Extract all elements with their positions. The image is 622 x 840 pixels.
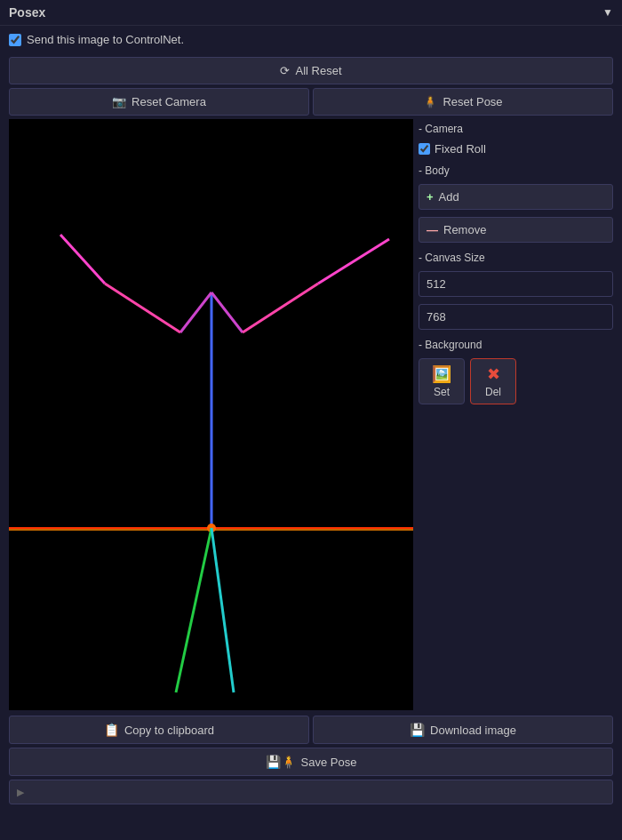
bg-set-icon: 🖼️	[432, 364, 451, 384]
send-to-controlnet-checkbox[interactable]	[9, 34, 21, 46]
toolbar: ⟳ All Reset 📷 Reset Camera 🧍 Reset Pose	[0, 53, 622, 119]
pose-canvas[interactable]	[9, 119, 413, 710]
download-image-label: Download image	[430, 724, 516, 737]
reset-camera-label: Reset Camera	[132, 95, 206, 108]
canvas-size-label: - Canvas Size	[419, 250, 613, 266]
camera-section-label: - Camera	[419, 121, 613, 137]
save-pose-icon: 💾🧍	[266, 755, 296, 769]
bg-del-icon: ✖	[487, 364, 500, 384]
all-reset-label: All Reset	[295, 64, 341, 77]
all-reset-button[interactable]: ⟳ All Reset	[9, 57, 613, 84]
background-buttons: 🖼️ Set ✖ Del	[419, 358, 613, 404]
remove-body-button[interactable]: — Remove	[419, 217, 613, 243]
download-icon: 💾	[410, 723, 425, 737]
plus-icon: +	[427, 190, 434, 204]
copy-icon: 📋	[104, 723, 119, 737]
reset-camera-button[interactable]: 📷 Reset Camera	[9, 88, 309, 116]
reset-pose-icon: 🧍	[423, 95, 437, 108]
download-image-button[interactable]: 💾 Download image	[313, 716, 613, 744]
fixed-roll-row: Fixed Roll	[419, 142, 613, 156]
save-pose-label: Save Pose	[301, 756, 357, 769]
copy-download-row: 📋 Copy to clipboard 💾 Download image	[9, 716, 613, 744]
body-section-label: - Body	[419, 163, 613, 179]
footer-text: ▶	[17, 787, 24, 798]
add-body-label: Add	[439, 190, 459, 204]
dropdown-arrow-icon[interactable]: ▼	[602, 6, 613, 19]
bg-set-button[interactable]: 🖼️ Set	[419, 358, 465, 404]
right-panel: - Camera Fixed Roll - Body + Add — Remov…	[419, 119, 613, 710]
bottom-actions: 📋 Copy to clipboard 💾 Download image 💾🧍 …	[9, 716, 613, 776]
minus-icon: —	[427, 223, 438, 236]
main-area: - Camera Fixed Roll - Body + Add — Remov…	[9, 119, 613, 710]
bg-set-label: Set	[434, 386, 450, 398]
app-header: Posex ▼	[0, 0, 622, 26]
save-pose-button[interactable]: 💾🧍 Save Pose	[9, 748, 613, 776]
canvas-height-input[interactable]	[419, 304, 613, 330]
canvas-width-input[interactable]	[419, 271, 613, 297]
copy-clipboard-button[interactable]: 📋 Copy to clipboard	[9, 716, 309, 744]
reset-camera-icon: 📷	[112, 95, 126, 108]
send-to-controlnet-label[interactable]: Send this image to ControlNet.	[27, 33, 184, 46]
footer-area: ▶	[9, 780, 613, 804]
fixed-roll-label[interactable]: Fixed Roll	[435, 142, 486, 156]
all-reset-icon: ⟳	[280, 64, 290, 77]
camera-pose-reset-row: 📷 Reset Camera 🧍 Reset Pose	[9, 88, 613, 116]
reset-pose-button[interactable]: 🧍 Reset Pose	[313, 88, 613, 116]
remove-body-label: Remove	[443, 223, 486, 236]
background-section-label: - Background	[419, 337, 613, 353]
app-title: Posex	[9, 5, 45, 20]
bg-del-label: Del	[485, 386, 501, 398]
add-body-button[interactable]: + Add	[419, 184, 613, 210]
send-to-controlnet-row: Send this image to ControlNet.	[0, 26, 622, 53]
canvas-area[interactable]	[9, 119, 413, 710]
reset-pose-label: Reset Pose	[443, 95, 502, 108]
fixed-roll-checkbox[interactable]	[419, 143, 430, 155]
copy-clipboard-label: Copy to clipboard	[124, 724, 214, 737]
bg-del-button[interactable]: ✖ Del	[470, 358, 516, 404]
